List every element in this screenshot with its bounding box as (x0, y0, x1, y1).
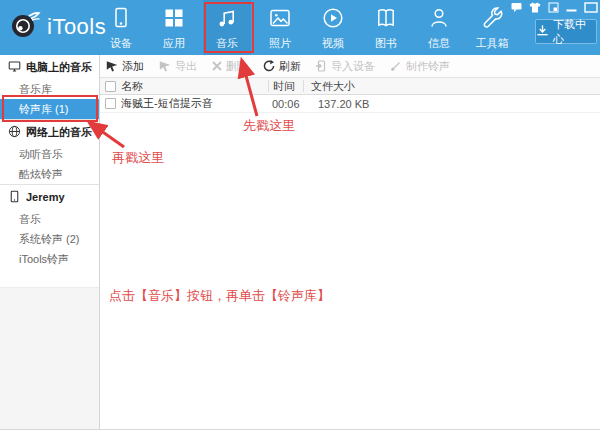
globe-icon (8, 125, 21, 140)
nav-label: 工具箱 (476, 38, 509, 49)
column-label-size: 文件大小 (311, 80, 355, 92)
device-icon (109, 6, 133, 34)
nav-label: 音乐 (216, 38, 238, 49)
nav-messages[interactable]: 信息 (415, 0, 463, 55)
minimize-icon[interactable] (566, 2, 577, 13)
ringtone-name: 海贼王-短信提示音 (121, 96, 213, 111)
row-checkbox[interactable] (105, 98, 116, 109)
section-title: 网络上的音乐 (26, 125, 92, 140)
section-header-jeremy: Jeremy (0, 184, 99, 209)
sidebar-item-ringtone-library[interactable]: 铃声库 (1) (0, 99, 99, 119)
section-title: Jeremy (26, 191, 65, 203)
column-name: 名称 (100, 79, 268, 94)
export-button[interactable]: 导出 (159, 59, 197, 74)
main-nav: 设备 应用 (97, 0, 516, 55)
sidebar-item-music-library[interactable]: 音乐库 (0, 79, 99, 99)
nav-videos[interactable]: 视频 (309, 0, 357, 55)
nav-books[interactable]: 图书 (362, 0, 410, 55)
cell-name: 海贼王-短信提示音 (100, 96, 268, 111)
photos-icon (268, 6, 292, 34)
nav-music[interactable]: 音乐 (203, 0, 251, 55)
table-header: 名称 时间 文件大小 (100, 78, 600, 95)
messages-icon (427, 6, 451, 34)
music-icon (215, 6, 239, 34)
itools-window: iTools 设备 (0, 0, 600, 430)
column-label-name: 名称 (121, 79, 143, 94)
books-icon (374, 6, 398, 34)
make-ringtone-icon (390, 60, 402, 72)
item-label: iTools铃声 (19, 252, 69, 267)
apps-icon (162, 6, 186, 34)
sidebar-filler (0, 288, 99, 430)
computer-icon (8, 60, 21, 75)
button-label: 导出 (175, 59, 197, 74)
sidebar-item-itools-ringtones[interactable]: iTools铃声 (0, 249, 99, 269)
delete-button[interactable]: 删除 (212, 59, 248, 74)
sidebar-item-dongting-music[interactable]: 动听音乐 (0, 144, 99, 164)
feedback-icon[interactable] (511, 2, 522, 13)
nav-toolbox[interactable]: 工具箱 (468, 0, 516, 55)
section-header-local-music: 电脑上的音乐 (0, 55, 99, 79)
videos-icon (321, 6, 345, 34)
item-label: 音乐库 (19, 82, 52, 97)
section-title: 电脑上的音乐 (26, 60, 92, 75)
item-label: 音乐 (19, 212, 41, 227)
phone-icon (8, 190, 21, 205)
nav-label: 应用 (163, 38, 185, 49)
button-label: 导入设备 (331, 59, 375, 74)
button-label: 删除 (226, 59, 248, 74)
export-icon (159, 60, 171, 72)
ringtone-size: 137.20 KB (318, 98, 369, 110)
ringtone-duration: 00:06 (272, 98, 300, 110)
add-icon (106, 60, 118, 72)
sidebar-list: 电脑上的音乐 音乐库 铃声库 (1) (0, 55, 99, 288)
restore-icon[interactable] (548, 2, 559, 13)
column-size: 文件大小 (303, 80, 393, 92)
maximize-icon[interactable] (584, 2, 598, 13)
import-device-icon (316, 60, 327, 72)
action-toolbar: 添加 导出 删除 (100, 55, 600, 78)
toolbox-icon (480, 6, 504, 34)
section-local-music: 电脑上的音乐 音乐库 铃声库 (1) (0, 55, 99, 119)
top-header: iTools 设备 (0, 0, 600, 55)
item-label: 动听音乐 (19, 147, 63, 162)
window-controls (511, 2, 598, 13)
refresh-button[interactable]: 刷新 (263, 59, 301, 74)
nav-label: 图书 (375, 38, 397, 49)
item-label: 酷炫铃声 (19, 167, 63, 182)
sidebar-item-cool-ringtones[interactable]: 酷炫铃声 (0, 164, 99, 184)
column-time: 时间 (268, 80, 303, 92)
nav-label: 信息 (428, 38, 450, 49)
cell-size: 137.20 KB (303, 98, 393, 110)
itools-logo: iTools (9, 9, 106, 45)
table-row[interactable]: 海贼王-短信提示音 00:06 137.20 KB (100, 95, 600, 113)
section-online-music: 网络上的音乐 动听音乐 酷炫铃声 (0, 119, 99, 184)
nav-label: 视频 (322, 38, 344, 49)
nav-apps[interactable]: 应用 (150, 0, 198, 55)
item-label: 系统铃声 (2) (19, 232, 80, 247)
download-center-label: 下载中心 (553, 17, 596, 47)
nav-photos[interactable]: 照片 (256, 0, 304, 55)
import-to-device-button[interactable]: 导入设备 (316, 59, 375, 74)
cell-time: 00:06 (268, 98, 303, 110)
nav-label: 设备 (110, 38, 132, 49)
sidebar: 电脑上的音乐 音乐库 铃声库 (1) (0, 55, 100, 430)
skin-icon[interactable] (529, 2, 541, 13)
itools-eye-icon (9, 9, 41, 45)
item-label: 铃声库 (1) (19, 102, 69, 117)
section-device-jeremy: Jeremy 音乐 系统铃声 (2) iTools铃声 (0, 184, 99, 269)
add-button[interactable]: 添加 (106, 59, 144, 74)
nav-device[interactable]: 设备 (97, 0, 145, 55)
download-center-button[interactable]: 下载中心 (535, 19, 597, 44)
sidebar-item-system-ringtones[interactable]: 系统铃声 (2) (0, 229, 99, 249)
refresh-icon (263, 60, 275, 72)
button-label: 刷新 (279, 59, 301, 74)
select-all-checkbox[interactable] (105, 81, 116, 92)
empty-list-area (100, 113, 600, 430)
column-label-time: 时间 (273, 80, 295, 92)
section-header-online-music: 网络上的音乐 (0, 119, 99, 144)
download-icon (536, 24, 549, 39)
make-ringtone-button[interactable]: 制作铃声 (390, 59, 450, 74)
body-row: 电脑上的音乐 音乐库 铃声库 (1) (0, 55, 600, 430)
sidebar-item-device-music[interactable]: 音乐 (0, 209, 99, 229)
